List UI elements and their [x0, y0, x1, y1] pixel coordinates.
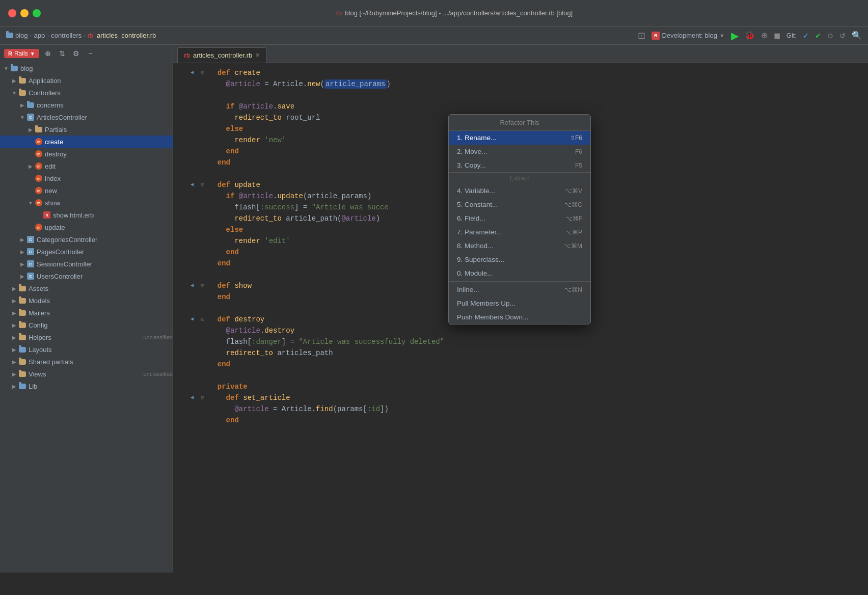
tree-item-blog[interactable]: blog — [0, 62, 173, 74]
fold-1[interactable]: ⊟ — [199, 67, 207, 78]
code-line-29: private — [173, 381, 868, 392]
context-menu-item-move[interactable]: 2. Move... F6 — [449, 145, 590, 158]
tree-item-index[interactable]: m index — [0, 172, 173, 184]
debug-icon[interactable]: 🐞 — [745, 31, 755, 40]
search-icon[interactable]: 🔍 — [852, 31, 862, 40]
tab-articles-controller[interactable]: rb articles_controller.rb ✕ — [177, 47, 266, 63]
context-menu-item-parameter[interactable]: 7. Parameter... ⌥⌘P — [449, 225, 590, 239]
arrow-show — [26, 199, 35, 207]
git-commit-icon[interactable]: ✓ — [803, 32, 809, 40]
tree-item-new[interactable]: m new — [0, 184, 173, 197]
context-menu-item-variable[interactable]: 4. Variable... ⌥⌘V — [449, 184, 590, 198]
tree-item-sessions-controller[interactable]: C SessionsController — [0, 258, 173, 270]
context-menu: Refactor This 1. Rename... ⇧F6 2. Move..… — [448, 114, 591, 324]
tree-item-update[interactable]: m update — [0, 221, 173, 233]
breadcrumb-blog[interactable]: blog — [6, 32, 28, 39]
minimize-button[interactable] — [20, 9, 29, 17]
code-text-4: if @article.save — [207, 101, 294, 112]
tree-item-categories-controller[interactable]: C CategoriesController — [0, 233, 173, 246]
code-text-17: end — [207, 247, 239, 258]
tree-item-mailers[interactable]: Mailers — [0, 307, 173, 319]
code-text-3 — [207, 90, 213, 101]
field-label: 6. Field... — [457, 214, 485, 222]
tree-item-controllers[interactable]: Controllers — [0, 87, 173, 99]
tree-item-shared-partials[interactable]: Shared partials — [0, 356, 173, 368]
fold-11[interactable]: ⊟ — [199, 179, 207, 191]
close-button[interactable] — [8, 9, 16, 17]
context-menu-item-field[interactable]: 6. Field... ⌥⌘F — [449, 211, 590, 225]
code-text-8: end — [207, 146, 239, 157]
context-menu-item-method[interactable]: 8. Method... ⌥⌘M — [449, 239, 590, 253]
tree-item-config[interactable]: Config — [0, 319, 173, 331]
tree-item-lib[interactable]: Lib — [0, 380, 173, 392]
parameter-label: 7. Parameter... — [457, 228, 502, 236]
rails-dropdown-icon[interactable]: ▼ — [30, 51, 35, 57]
breadcrumb-controllers[interactable]: controllers — [51, 32, 82, 39]
git-rollback-icon[interactable]: ↺ — [839, 32, 846, 40]
gutter-30: ◀ — [173, 392, 199, 403]
tree-item-application[interactable]: Application — [0, 74, 173, 87]
gutter-20: ◀ — [173, 280, 199, 291]
tree-item-pages-controller[interactable]: C PagesController — [0, 246, 173, 258]
code-text-23: def destroy — [207, 314, 264, 325]
code-text-7: render 'new' — [207, 134, 286, 146]
context-menu-item-superclass[interactable]: 9. Superclass... — [449, 253, 590, 266]
fold-30[interactable]: ⊟ — [199, 392, 207, 403]
sort-button[interactable]: ⇅ — [57, 48, 68, 59]
tree-item-views[interactable]: Views unclassified — [0, 368, 173, 380]
fold-20[interactable]: ⊟ — [199, 280, 207, 291]
arrow-articles-controller — [18, 113, 26, 121]
context-menu-item-constant[interactable]: 5. Constant... ⌥⌘C — [449, 198, 590, 211]
constant-label: 5. Constant... — [457, 201, 498, 208]
coverage-icon[interactable]: ⊕ — [761, 31, 768, 40]
breadcrumb-file[interactable]: rb articles_controller.rb — [88, 32, 156, 39]
breadcrumb-app[interactable]: app — [34, 32, 45, 39]
rails-button[interactable]: R Rails ▼ — [4, 49, 39, 58]
gutter-1: ◀ — [173, 67, 199, 78]
tree-item-helpers[interactable]: Helpers unclassified — [0, 331, 173, 343]
context-menu-item-push-members-down[interactable]: Push Members Down... — [449, 310, 590, 324]
tree-item-show[interactable]: m show — [0, 197, 173, 209]
code-text-11: def update — [207, 179, 260, 191]
git-fetch-icon[interactable]: ⊙ — [827, 32, 833, 40]
tree-item-destroy[interactable]: m destroy — [0, 148, 173, 160]
tree-item-models[interactable]: Models — [0, 294, 173, 307]
tree-item-edit[interactable]: m edit — [0, 160, 173, 172]
code-text-15: else — [207, 224, 243, 235]
code-line-28 — [173, 370, 868, 381]
context-menu-item-module[interactable]: 0. Module... — [449, 266, 590, 280]
tab-close-button[interactable]: ✕ — [255, 52, 260, 59]
tree-item-concerns[interactable]: concerns — [0, 99, 173, 111]
context-menu-item-inline[interactable]: Inline... ⌥⌘N — [449, 283, 590, 296]
breadcrumb-bar: blog › app › controllers › rb articles_c… — [0, 26, 868, 45]
helpers-badge: unclassified — [144, 334, 173, 340]
monitor-icon[interactable]: ⊡ — [638, 30, 645, 41]
tree-item-show-html-erb[interactable]: R show.html.erb — [0, 209, 173, 221]
folder-icon-assets — [18, 284, 26, 292]
context-menu-item-copy[interactable]: 3. Copy... F5 — [449, 158, 590, 172]
tree-item-assets[interactable]: Assets — [0, 282, 173, 294]
stop-icon[interactable]: ◼ — [774, 31, 780, 40]
context-menu-item-pull-members-up[interactable]: Pull Members Up... — [449, 296, 590, 310]
git-push-icon[interactable]: ✔ — [815, 32, 821, 40]
context-menu-item-rename[interactable]: 1. Rename... ⇧F6 — [449, 131, 590, 145]
fold-23[interactable]: ⊟ — [199, 314, 207, 325]
tree-item-users-controller[interactable]: C UsersController — [0, 270, 173, 282]
run-button[interactable]: ▶ — [731, 30, 739, 42]
editor-area[interactable]: ◀ ⊟ def create @article = Article.new(ar… — [173, 63, 868, 573]
tree-item-articles-controller[interactable]: C ArticlesController — [0, 111, 173, 123]
collapse-button[interactable]: − — [85, 48, 96, 59]
code-text-25: flash[:danger] = "Article was successful… — [207, 336, 444, 347]
add-button[interactable]: ⊕ — [42, 48, 53, 59]
folder-icon-mailers — [18, 309, 26, 317]
run-config-dropdown[interactable]: ▼ — [719, 33, 725, 39]
arrow-pages — [18, 248, 26, 256]
tab-bar: rb articles_controller.rb ✕ — [173, 45, 868, 63]
tree-item-create[interactable]: m create — [0, 136, 173, 148]
maximize-button[interactable] — [33, 9, 41, 17]
tree-item-layouts[interactable]: Layouts — [0, 343, 173, 356]
settings-button[interactable]: ⚙ — [71, 48, 82, 59]
controller-icon-sessions: C — [26, 260, 35, 268]
code-text-18: end — [207, 258, 230, 269]
tree-item-partials[interactable]: Partials — [0, 123, 173, 136]
